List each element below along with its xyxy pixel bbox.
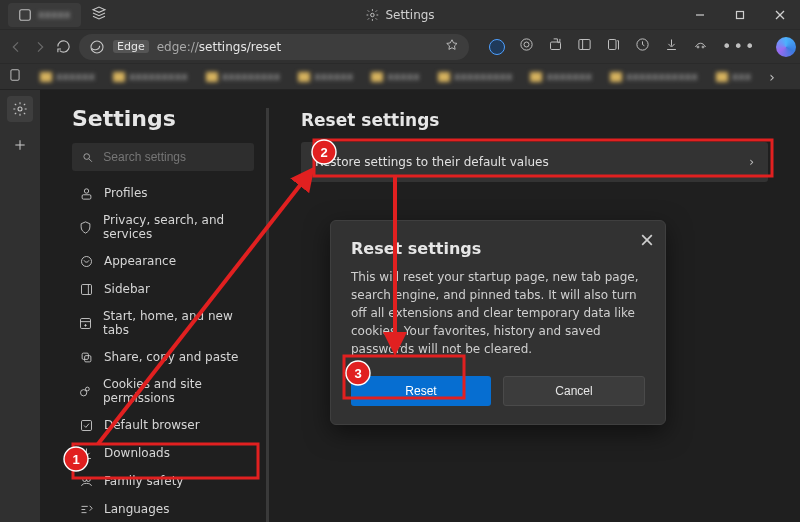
bookmarks-overflow-chevron[interactable]: › (769, 69, 775, 85)
bookmark-folder[interactable]: xxxxxxxxx (113, 70, 188, 83)
svg-point-38 (86, 477, 90, 481)
dialog-body-text: This will reset your startup page, new t… (351, 268, 645, 358)
back-button[interactable] (8, 35, 24, 59)
sidebar-item-icon (78, 445, 94, 461)
sidebar-item-icon (78, 349, 94, 365)
minimize-button[interactable] (680, 0, 720, 30)
refresh-button[interactable] (56, 35, 71, 59)
close-button[interactable] (760, 0, 800, 30)
url-scheme: edge:// (157, 40, 199, 54)
history-icon[interactable] (635, 37, 650, 56)
sidebar-item-downloads[interactable]: Downloads (68, 439, 258, 467)
sidebar-item-icon (78, 281, 94, 297)
svg-rect-25 (81, 284, 91, 294)
vertical-add-button[interactable] (7, 132, 33, 158)
search-settings-field[interactable] (72, 143, 254, 171)
dialog-close-button[interactable] (641, 231, 653, 250)
extension-icons: ••• (489, 37, 796, 57)
svg-point-8 (521, 39, 532, 50)
svg-point-17 (18, 107, 22, 111)
forward-button[interactable] (32, 35, 48, 59)
chevron-right-icon: › (749, 155, 754, 169)
sidebar-item-label: Share, copy and paste (104, 350, 238, 364)
sidebar-item-default-browser[interactable]: Default browser (68, 411, 258, 439)
toolbar-row: Edge edge://settings/reset ••• (0, 30, 800, 64)
svg-point-1 (371, 13, 375, 17)
bookmark-folder[interactable]: xxxxxxx (530, 70, 592, 83)
address-bar[interactable]: Edge edge://settings/reset (79, 34, 469, 60)
extension-round-icon[interactable] (489, 39, 505, 55)
sidebar-item-family-safety[interactable]: Family safety (68, 467, 258, 495)
sidebar-item-privacy-search-and-services[interactable]: Privacy, search, and services (68, 207, 258, 247)
svg-rect-23 (82, 194, 91, 198)
svg-point-7 (524, 42, 529, 47)
svg-rect-10 (579, 40, 590, 50)
bookmark-folder[interactable]: xxxxx (371, 70, 420, 83)
sidebar-item-icon (78, 315, 93, 331)
svg-point-6 (91, 41, 103, 53)
more-menu-icon[interactable]: ••• (722, 37, 756, 56)
sidebar-item-cookies-and-site-permissions[interactable]: Cookies and site permissions (68, 371, 258, 411)
svg-point-34 (86, 387, 90, 391)
restore-default-row[interactable]: Restore settings to their default values… (301, 142, 768, 182)
collections-icon[interactable] (606, 37, 621, 56)
tools-icon[interactable] (693, 37, 708, 56)
copilot-icon[interactable] (776, 37, 796, 57)
sidebar-item-languages[interactable]: Languages (68, 495, 258, 522)
extensions-puzzle-icon[interactable] (548, 37, 563, 56)
tab-title-blurred: xxxxx (38, 8, 71, 21)
maximize-button[interactable] (720, 0, 760, 30)
svg-rect-3 (737, 11, 744, 18)
sidebar-item-icon (78, 253, 94, 269)
bookmark-folder[interactable]: xxxxxx (40, 70, 95, 83)
bookmark-folder[interactable]: xxxxxxxxxxx (610, 70, 698, 83)
sidebar-item-icon (78, 417, 94, 433)
bookmarks-bar: xxxxxx xxxxxxxxx xxxxxxxxx xxxxxx xxxxx … (0, 64, 800, 90)
dialog-reset-button[interactable]: Reset (351, 376, 491, 406)
sidebar-item-profiles[interactable]: Profiles (68, 179, 258, 207)
settings-divider (266, 108, 269, 522)
sidebar-item-label: Downloads (104, 446, 170, 460)
bookmark-folder[interactable]: xxxxxxxxx (438, 70, 513, 83)
svg-point-20 (84, 153, 90, 159)
svg-point-22 (84, 188, 88, 192)
reset-settings-dialog: Reset settings This will reset your star… (330, 220, 666, 425)
bookmarks-page-icon[interactable] (8, 67, 22, 86)
sidebar-item-sidebar[interactable]: Sidebar (68, 275, 258, 303)
favorites-hub-icon[interactable] (577, 37, 592, 56)
sidebar-item-label: Start, home, and new tabs (103, 309, 248, 337)
sidebar-item-label: Default browser (104, 418, 200, 432)
settings-sidebar: Settings ProfilesPrivacy, search, and se… (40, 90, 266, 522)
svg-point-37 (82, 477, 86, 481)
sidebar-item-share-copy-and-paste[interactable]: Share, copy and paste (68, 343, 258, 371)
vertical-settings-button[interactable] (7, 96, 33, 122)
bookmark-folder[interactable]: xxxxxx (298, 70, 353, 83)
window-title: Settings (365, 8, 434, 22)
extensions-icon[interactable] (519, 37, 534, 56)
sidebar-item-appearance[interactable]: Appearance (68, 247, 258, 275)
svg-rect-35 (81, 420, 91, 430)
tab-chip[interactable]: xxxxx (8, 3, 81, 27)
address-browser-label: Edge (113, 40, 149, 53)
sidebar-item-label: Sidebar (104, 282, 150, 296)
svg-rect-16 (11, 70, 19, 81)
bookmark-folder[interactable]: xxxxxxxxx (206, 70, 281, 83)
svg-point-14 (697, 46, 699, 48)
sidebar-item-label: Profiles (104, 186, 148, 200)
sidebar-item-icon (78, 185, 94, 201)
sidebar-item-label: Languages (104, 502, 169, 516)
dialog-cancel-button[interactable]: Cancel (503, 376, 645, 406)
workspaces-icon[interactable] (91, 5, 107, 25)
settings-heading: Settings (72, 106, 258, 131)
restore-default-label: Restore settings to their default values (315, 155, 549, 169)
sidebar-item-start-home-and-new-tabs[interactable]: Start, home, and new tabs (68, 303, 258, 343)
search-settings-input[interactable] (103, 150, 244, 164)
downloads-icon[interactable] (664, 37, 679, 56)
tab-site-icon (18, 8, 32, 22)
favorite-star-icon[interactable] (445, 38, 459, 55)
svg-point-24 (81, 256, 91, 266)
url-path: settings/reset (199, 40, 281, 54)
bookmark-folder[interactable]: xxx (716, 70, 752, 83)
svg-rect-12 (609, 40, 617, 50)
svg-rect-9 (551, 42, 561, 50)
